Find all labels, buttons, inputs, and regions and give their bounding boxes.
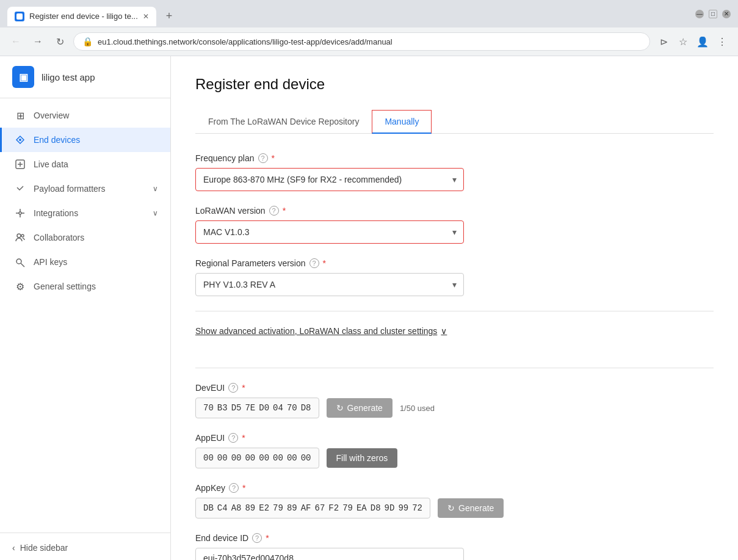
live-data-icon [14, 158, 26, 170]
sidebar-item-general-settings-label: General settings [34, 282, 96, 291]
deveui-byte-7: D8 [301, 403, 311, 413]
sidebar-item-end-devices-label: End devices [34, 135, 80, 145]
lorawan-version-section: LoRaWAN version ? * MAC V1.0.3 ▾ [195, 206, 714, 244]
sidebar-item-payload-formatters-label: Payload formatters [34, 184, 106, 194]
frequency-plan-section: Frequency plan ? * Europe 863-870 MHz (S… [195, 153, 714, 191]
page-title: Register end device [195, 76, 714, 93]
deveui-byte-5: 04 [273, 403, 283, 413]
lorawan-version-help-icon[interactable]: ? [269, 206, 279, 216]
sidebar-item-general-settings[interactable]: ⚙ General settings [0, 274, 170, 299]
sidebar-item-collaborators[interactable]: Collaborators [0, 225, 170, 250]
integrations-expand-icon: ∨ [153, 209, 158, 217]
lorawan-version-select[interactable]: MAC V1.0.3 [195, 220, 464, 244]
appkey-generate-icon: ↻ [447, 503, 455, 513]
deveui-label: DevEUI ? * [195, 383, 714, 393]
app-name: liligo test app [42, 72, 95, 82]
appkey-byte-7: AF [301, 503, 311, 513]
appeui-bytes: 00 00 00 00 00 00 00 00 [195, 448, 319, 468]
refresh-button[interactable]: ↻ [51, 33, 68, 50]
appeui-byte-6: 00 [287, 453, 297, 463]
regional-params-select[interactable]: PHY V1.0.3 REV A [195, 273, 464, 296]
frequency-plan-help-icon[interactable]: ? [258, 153, 268, 163]
appkey-help-icon[interactable]: ? [229, 483, 239, 493]
sidebar-item-integrations[interactable]: Integrations ∨ [0, 201, 170, 225]
sidebar-item-payload-formatters[interactable]: Payload formatters ∨ [0, 176, 170, 201]
sidebar-item-live-data-label: Live data [34, 159, 68, 169]
browser-tab[interactable]: Register end device - liligo te... ✕ [7, 7, 156, 26]
appeui-required: * [242, 433, 245, 443]
hide-sidebar-button[interactable]: ‹ Hide sidebar [12, 543, 158, 553]
sidebar-item-api-keys-label: API keys [34, 257, 67, 267]
appeui-fill-zeros-button[interactable]: Fill with zeros [327, 448, 398, 468]
appkey-byte-14: 99 [398, 503, 408, 513]
generate-icon: ↻ [336, 403, 344, 413]
appeui-help-icon[interactable]: ? [228, 433, 238, 443]
secure-icon: 🔒 [82, 37, 93, 46]
browser-chrome: Register end device - liligo te... ✕ + —… [0, 0, 738, 56]
deveui-byte-2: D5 [231, 403, 242, 413]
frequency-plan-select[interactable]: Europe 863-870 MHz (SF9 for RX2 - recomm… [195, 168, 464, 191]
deveui-section: DevEUI ? * 70 B3 D5 7E D0 04 70 D8 ↻ Gen… [195, 383, 714, 418]
appkey-bytes: DB C4 A8 89 E2 79 89 AF 67 F2 79 EA D8 9… [195, 498, 430, 518]
appkey-byte-1: C4 [217, 503, 228, 513]
new-tab-button[interactable]: + [161, 5, 178, 27]
appkey-byte-8: 67 [315, 503, 325, 513]
tab-manually[interactable]: Manually [372, 110, 432, 134]
appkey-byte-12: D8 [371, 503, 381, 513]
appkey-generate-button[interactable]: ↻ Generate [438, 498, 504, 518]
deveui-generate-button[interactable]: ↻ Generate [327, 398, 393, 418]
sidebar-item-live-data[interactable]: Live data [0, 152, 170, 176]
svg-point-7 [16, 259, 21, 264]
forward-button[interactable]: → [29, 33, 46, 50]
sidebar-item-end-devices[interactable]: End devices [0, 128, 170, 152]
bookmark-button[interactable]: ☆ [675, 33, 692, 50]
app-logo: ▣ [12, 66, 34, 88]
appeui-byte-0: 00 [203, 453, 214, 463]
lorawan-version-required: * [283, 206, 286, 216]
end-devices-icon [14, 134, 26, 146]
appkey-section: AppKey ? * DB C4 A8 89 E2 79 89 AF 67 F2… [195, 483, 714, 518]
browser-toolbar: ← → ↻ 🔒 eu1.cloud.thethings.network/cons… [0, 27, 738, 56]
close-button[interactable]: ✕ [722, 10, 731, 18]
advanced-settings-link[interactable]: Show advanced activation, LoRaWAN class … [195, 326, 447, 336]
appkey-byte-2: A8 [231, 503, 242, 513]
sidebar-item-api-keys[interactable]: API keys [0, 250, 170, 274]
api-keys-icon [14, 256, 26, 268]
frequency-plan-required: * [272, 153, 275, 163]
url-bar[interactable]: 🔒 eu1.cloud.thethings.network/console/ap… [73, 32, 650, 51]
sidebar-footer: ‹ Hide sidebar [0, 533, 170, 560]
payload-formatters-icon [14, 183, 26, 195]
regional-params-section: Regional Parameters version ? * PHY V1.0… [195, 258, 714, 296]
cast-button[interactable]: ⊳ [655, 33, 672, 50]
deveui-help-icon[interactable]: ? [228, 383, 238, 393]
tab-repository[interactable]: From The LoRaWAN Device Repository [195, 110, 372, 134]
frequency-plan-select-wrapper: Europe 863-870 MHz (SF9 for RX2 - recomm… [195, 168, 464, 191]
appkey-byte-11: EA [356, 503, 367, 513]
browser-titlebar: Register end device - liligo te... ✕ + —… [0, 0, 738, 27]
sidebar: ▣ liligo test app ⊞ Overview End devices [0, 56, 171, 560]
appkey-label: AppKey ? * [195, 483, 714, 493]
main-content: Register end device From The LoRaWAN Dev… [171, 56, 738, 560]
menu-button[interactable]: ⋮ [714, 33, 731, 50]
appkey-byte-3: 89 [245, 503, 255, 513]
appkey-required: * [242, 483, 245, 493]
appkey-field-container: DB C4 A8 89 E2 79 89 AF 67 F2 79 EA D8 9… [195, 498, 714, 518]
frequency-plan-label: Frequency plan ? * [195, 153, 714, 163]
end-device-id-input[interactable] [195, 548, 464, 560]
end-device-id-section: End device ID ? * This value is automati… [195, 533, 714, 560]
tab-close-button[interactable]: ✕ [143, 12, 149, 21]
deveui-used-count: 1/50 used [400, 404, 435, 413]
back-button[interactable]: ← [7, 33, 24, 50]
regional-params-help-icon[interactable]: ? [309, 258, 319, 268]
appkey-byte-9: F2 [328, 503, 339, 513]
svg-point-0 [19, 139, 21, 141]
regional-params-label: Regional Parameters version ? * [195, 258, 714, 268]
profile-button[interactable]: 👤 [694, 33, 711, 50]
regional-params-select-wrapper: PHY V1.0.3 REV A ▾ [195, 273, 464, 296]
integrations-icon [14, 207, 26, 219]
regional-params-required: * [323, 258, 326, 268]
minimize-button[interactable]: — [695, 10, 704, 18]
end-device-id-help-icon[interactable]: ? [252, 533, 262, 543]
sidebar-item-overview[interactable]: ⊞ Overview [0, 103, 170, 128]
maximize-button[interactable]: □ [709, 10, 717, 18]
